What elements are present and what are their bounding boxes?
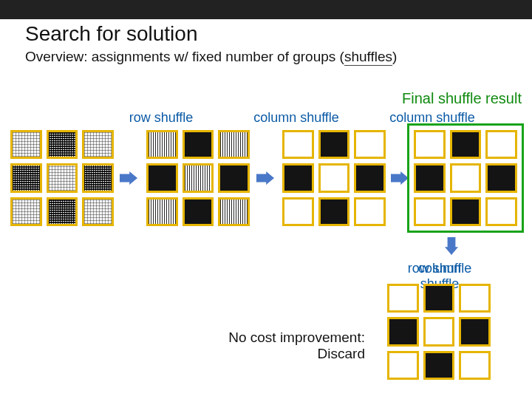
matrix-cell [82,197,114,226]
matrix-cell [387,284,419,313]
arrow-right-icon [256,171,274,185]
matrix-cell [183,130,214,159]
label-extra-row: row shuffle [408,261,472,276]
matrix-cell [414,130,446,159]
label-row-shuffle: row shuffle [117,110,205,126]
matrix-cell [423,351,455,380]
label-extra-shuffle: column shuffle row shuffle [362,261,517,276]
slide-top-bar [0,0,532,19]
matrix-cell [282,197,314,226]
matrix-cell [218,197,250,226]
matrix-cell [414,163,446,192]
matrix-cell [459,351,491,380]
label-column-shuffle-2: column shuffle [377,110,488,126]
matrix-cell [450,197,482,226]
matrix-cell [282,163,314,192]
matrix-cell [183,197,214,226]
matrix-cell [485,197,517,226]
matrix-cell [10,163,42,192]
arrow-right-icon [120,171,137,185]
slide-title: Search for solution [25,22,197,46]
matrix-cell [218,163,250,192]
matrix-cell [47,197,78,226]
matrix-discarded [384,281,494,383]
matrix-cell [459,317,491,346]
matrix-cell [485,130,517,159]
matrix-cell [318,197,350,226]
matrix-cell [82,130,114,159]
matrix-after-row-shuffle [143,127,253,229]
matrix-cell [146,163,178,192]
slide-subtitle: Overview: assignments w/ fixed number of… [25,49,397,65]
matrix-cell [146,130,178,159]
matrix-cell [47,130,78,159]
matrix-cell [47,163,78,192]
discard-line-2: Discard [318,346,365,361]
matrix-cell [450,163,482,192]
matrix-cell [354,197,386,226]
final-result-label: Final shuffle result [402,90,522,107]
matrix-cell [450,130,482,159]
matrix-cell [387,351,419,380]
matrix-cell [318,130,350,159]
matrix-final-result [411,127,520,229]
matrix-cell [82,163,114,192]
matrix-cell [387,317,419,346]
label-column-shuffle-1: column shuffle [241,110,352,126]
matrix-cell [485,163,517,192]
matrix-cell [218,130,250,159]
arrow-right-icon [391,171,409,185]
subtitle-keyword: shuffles [344,49,392,66]
matrix-cell [318,163,350,192]
discard-line-1: No cost improvement: [228,330,365,345]
matrix-cell [423,317,455,346]
matrix-initial [7,127,117,229]
matrix-cell [10,197,42,226]
matrix-cell [414,197,446,226]
discard-caption: No cost improvement: Discard [195,330,365,362]
matrix-cell [354,130,386,159]
matrix-cell [183,163,214,192]
arrow-down-icon [445,237,458,255]
matrix-cell [459,284,491,313]
subtitle-lead: Overview: assignments w/ fixed number of… [25,49,344,64]
subtitle-tail: ) [392,49,397,64]
matrix-cell [423,284,455,313]
matrix-cell [146,197,178,226]
matrix-after-col-shuffle-1 [279,127,389,229]
matrix-cell [354,163,386,192]
matrix-cell [282,130,314,159]
matrix-cell [10,130,42,159]
